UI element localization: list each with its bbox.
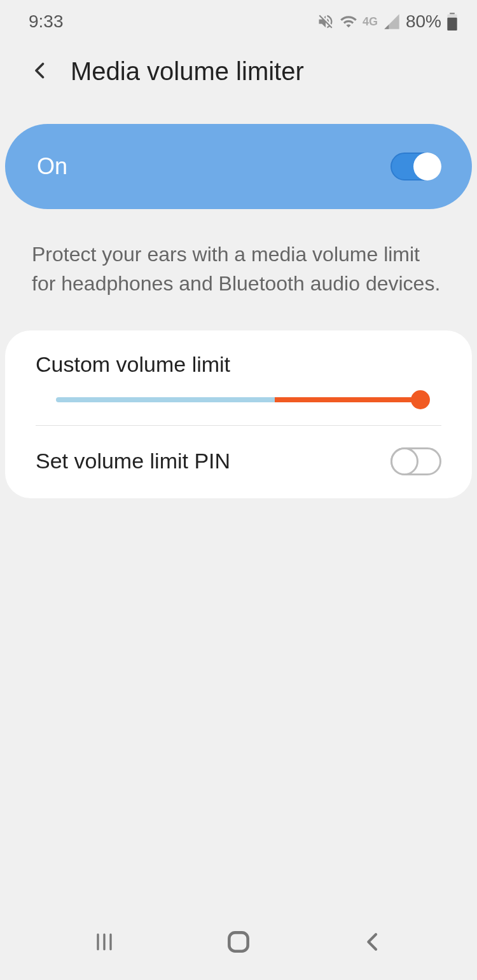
- svg-rect-3: [229, 932, 247, 951]
- custom-volume-section: Custom volume limit: [5, 330, 472, 425]
- slider-safe-range: [56, 397, 275, 402]
- slider-warning-range: [275, 397, 421, 402]
- home-button[interactable]: [225, 928, 252, 956]
- slider-track: [56, 397, 421, 402]
- slider-thumb[interactable]: [411, 390, 430, 409]
- custom-volume-title: Custom volume limit: [36, 352, 441, 377]
- nav-bar: [0, 916, 477, 980]
- app-header: Media volume limiter: [0, 38, 477, 105]
- battery-icon: [446, 13, 458, 31]
- status-bar: 9:33 4G 80%: [0, 0, 477, 38]
- volume-slider[interactable]: [36, 397, 441, 402]
- svg-rect-0: [450, 13, 455, 15]
- pin-row[interactable]: Set volume limit PIN: [5, 426, 472, 498]
- recents-button[interactable]: [92, 929, 117, 955]
- settings-card: Custom volume limit Set volume limit PIN: [5, 330, 472, 498]
- pin-toggle-switch[interactable]: [391, 447, 441, 475]
- pin-title: Set volume limit PIN: [36, 449, 230, 473]
- toggle-knob: [391, 447, 418, 475]
- page-title: Media volume limiter: [71, 57, 304, 86]
- status-time: 9:33: [29, 11, 64, 32]
- master-toggle-row[interactable]: On: [5, 124, 472, 209]
- svg-rect-2: [447, 18, 457, 31]
- network-label: 4G: [363, 15, 378, 29]
- toggle-knob: [413, 153, 441, 180]
- battery-percent: 80%: [406, 11, 441, 32]
- feature-description: Protect your ears with a media volume li…: [0, 209, 477, 324]
- status-right: 4G 80%: [317, 11, 458, 32]
- mute-icon: [317, 13, 335, 31]
- master-toggle-switch[interactable]: [391, 153, 441, 180]
- back-icon[interactable]: [29, 59, 52, 85]
- back-button[interactable]: [360, 929, 385, 955]
- master-toggle-label: On: [37, 153, 67, 180]
- wifi-icon: [340, 13, 357, 31]
- signal-icon: [383, 13, 401, 31]
